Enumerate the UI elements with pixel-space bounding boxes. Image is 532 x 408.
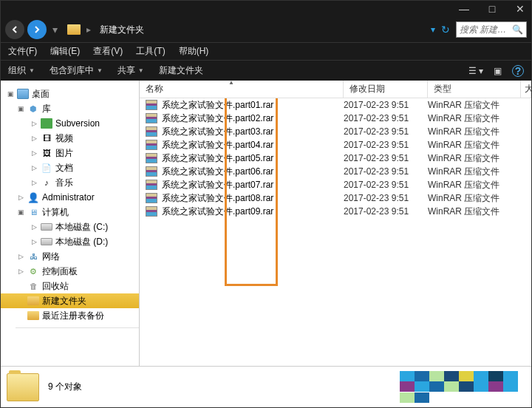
menu-file[interactable]: 文件(F) [8,45,37,58]
file-type: WinRAR 压缩文件 [428,192,531,205]
file-row[interactable]: 系统之家试验文件.part03.rar2017-02-23 9:51WinRAR… [140,125,531,138]
folder-icon [27,296,39,305]
tree-control[interactable]: ▷⚙控制面板 [1,264,139,279]
file-date: 2017-02-23 9:51 [344,140,428,150]
help-icon[interactable]: ? [512,65,524,77]
rar-archive-icon [146,193,157,203]
rar-archive-icon [146,166,157,177]
disk-icon [41,238,52,245]
rar-archive-icon [146,153,157,163]
file-pane: ▲ 名称 修改日期 类型 大 系统之家试验文件.part01.rar2017-0… [140,81,531,366]
search-input[interactable]: 搜索 新建… 🔍 [456,21,527,38]
file-name: 系统之家试验文件.part04.rar [162,139,273,152]
file-list[interactable]: 系统之家试验文件.part01.rar2017-02-23 9:51WinRAR… [140,98,531,366]
tree-separator [16,327,139,338]
status-bar: 9 个对象 [1,366,531,407]
file-date: 2017-02-23 9:51 [344,153,428,163]
nav-history-dropdown[interactable]: ▾ [50,20,60,39]
search-icon[interactable]: 🔍 [512,24,523,35]
breadcrumb-separator-icon: ▸ [86,24,91,35]
refresh-icon[interactable]: ↻ [441,24,450,35]
new-folder-button[interactable]: 新建文件夹 [159,64,203,77]
column-type[interactable]: 类型 [428,81,521,98]
file-name: 系统之家试验文件.part03.rar [162,126,273,138]
file-row[interactable]: 系统之家试验文件.part09.rar2017-02-23 9:51WinRAR… [140,205,531,218]
tree-disk-c[interactable]: ▷本地磁盘 (C:) [1,220,139,234]
file-date: 2017-02-23 9:51 [344,100,428,110]
tree-disk-d[interactable]: ▷本地磁盘 (D:) [1,234,139,249]
breadcrumb-current[interactable]: 新建文件夹 [100,24,144,36]
rar-archive-icon [146,113,157,123]
tree-computer[interactable]: ▣🖥计算机 [1,205,139,220]
tree-recycle[interactable]: 🗑回收站 [1,279,139,293]
tree-pictures[interactable]: ▷🖼图片 [1,146,139,160]
breadcrumb[interactable]: 新建文件夹 [97,24,428,36]
nav-bar: ▾ ▸ 新建文件夹 ▾ ↻ 搜索 新建… 🔍 [1,17,531,42]
network-icon: 🖧 [27,251,39,262]
minimize-button[interactable]: — [459,3,469,15]
folder-icon [67,24,81,35]
menu-view[interactable]: 查看(V) [93,45,123,58]
file-name: 系统之家试验文件.part09.rar [162,205,273,218]
menu-help[interactable]: 帮助(H) [179,45,209,58]
tree-network[interactable]: ▷🖧网络 [1,249,139,264]
tree-library[interactable]: ▣⬢库 [1,101,139,116]
view-mode-icon[interactable]: ☰ ▾ [468,66,483,76]
file-row[interactable]: 系统之家试验文件.part07.rar2017-02-23 9:51WinRAR… [140,178,531,191]
file-row[interactable]: 系统之家试验文件.part06.rar2017-02-23 9:51WinRAR… [140,165,531,178]
file-name: 系统之家试验文件.part05.rar [162,152,273,165]
file-row[interactable]: 系统之家试验文件.part04.rar2017-02-23 9:51WinRAR… [140,138,531,152]
file-row[interactable]: 系统之家试验文件.part08.rar2017-02-23 9:51WinRAR… [140,191,531,205]
file-name: 系统之家试验文件.part01.rar [162,99,273,112]
share-button[interactable]: 共享▼ [117,64,144,77]
history-dropdown-icon[interactable]: ▾ [431,24,435,35]
file-date: 2017-02-23 9:51 [344,126,428,137]
close-button[interactable]: ✕ [515,3,525,15]
search-placeholder: 搜索 新建… [460,24,506,36]
documents-icon: 📄 [41,163,52,173]
file-type: WinRAR 压缩文件 [428,179,531,191]
tree-admin[interactable]: ▷👤Administrator [1,190,139,205]
file-type: WinRAR 压缩文件 [428,205,531,218]
organize-button[interactable]: 组织▼ [8,64,35,77]
preview-pane-icon[interactable]: ▣ [494,66,502,76]
column-name[interactable]: 名称 [140,81,344,98]
pixelated-overlay [400,371,525,404]
folder-icon [27,311,39,320]
include-library-button[interactable]: 包含到库中▼ [50,64,103,77]
navigation-tree[interactable]: ▣桌面 ▣⬢库 ▷Subversion ▷🎞视频 ▷🖼图片 ▷📄文档 ▷♪音乐 … [1,81,140,366]
rar-archive-icon [146,126,157,137]
tree-documents[interactable]: ▷📄文档 [1,160,139,175]
rar-archive-icon [146,206,157,217]
tree-newfolder-selected[interactable]: 新建文件夹 [1,293,139,308]
file-name: 系统之家试验文件.part06.rar [162,166,273,178]
titlebar: — □ ✕ [1,1,531,17]
file-type: WinRAR 压缩文件 [428,112,531,125]
tree-subversion[interactable]: ▷Subversion [1,116,139,131]
file-date: 2017-02-23 9:51 [344,180,428,190]
disk-icon [41,223,52,231]
rar-archive-icon [146,180,157,190]
back-button[interactable] [5,20,24,39]
column-size[interactable]: 大 [521,81,531,98]
file-row[interactable]: 系统之家试验文件.part05.rar2017-02-23 9:51WinRAR… [140,152,531,165]
tree-regbackup[interactable]: 最近注册表备份 [1,308,139,323]
column-date[interactable]: 修改日期 [344,81,428,98]
maximize-button[interactable]: □ [487,3,497,15]
file-date: 2017-02-23 9:51 [344,206,428,217]
menu-tools[interactable]: 工具(T) [136,45,165,58]
file-name: 系统之家试验文件.part02.rar [162,112,273,125]
tree-desktop[interactable]: ▣桌面 [1,86,139,101]
sort-indicator-icon: ▲ [228,81,234,86]
file-type: WinRAR 压缩文件 [428,139,531,152]
tree-music[interactable]: ▷♪音乐 [1,175,139,190]
tree-video[interactable]: ▷🎞视频 [1,131,139,146]
file-row[interactable]: 系统之家试验文件.part02.rar2017-02-23 9:51WinRAR… [140,112,531,125]
file-date: 2017-02-23 9:51 [344,113,428,123]
file-row[interactable]: 系统之家试验文件.part01.rar2017-02-23 9:51WinRAR… [140,98,531,112]
rar-archive-icon [146,140,157,150]
menu-edit[interactable]: 编辑(E) [50,45,80,58]
music-icon: ♪ [41,177,52,188]
forward-button[interactable] [27,20,47,39]
status-count: 9 个对象 [48,381,82,393]
